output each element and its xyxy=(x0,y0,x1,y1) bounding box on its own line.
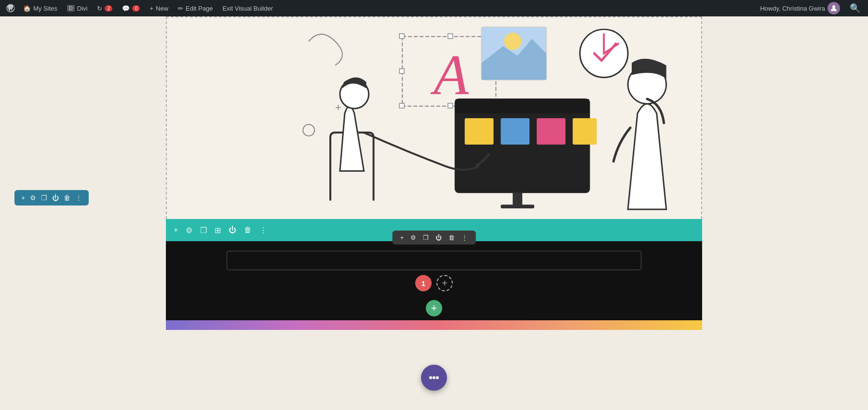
add-section-button[interactable]: + xyxy=(426,300,442,316)
my-sites-icon: 🏠 xyxy=(23,5,31,12)
row-toggle-button[interactable]: ⏻ xyxy=(227,225,238,235)
row-delete-button[interactable]: 🗑 xyxy=(242,225,254,235)
left-toggle-button[interactable]: ⏻ xyxy=(50,193,61,203)
row-add-button[interactable]: + xyxy=(172,225,180,235)
new-menu[interactable]: + New xyxy=(146,0,172,16)
module-toolbar: + ⚙ ❐ ⏻ 🗑 ⋮ xyxy=(393,231,476,245)
left-add-button[interactable]: + xyxy=(19,193,27,203)
svg-rect-6 xyxy=(399,68,404,73)
wp-logo-icon[interactable] xyxy=(4,1,17,15)
greeting-text: Howdy, Christina Gwira xyxy=(760,5,825,12)
row-settings-button[interactable]: ⚙ xyxy=(184,225,194,236)
my-sites-menu[interactable]: 🏠 My Sites xyxy=(19,0,61,16)
svg-rect-16 xyxy=(537,118,566,145)
edit-icon: ✏ xyxy=(178,5,183,12)
exit-builder-label: Exit Visual Builder xyxy=(222,5,273,12)
svg-rect-4 xyxy=(448,34,453,39)
svg-rect-19 xyxy=(501,205,534,208)
row-duplicate-button[interactable]: ❐ xyxy=(198,225,209,236)
svg-point-32 xyxy=(436,376,439,379)
comments-icon: 💬 xyxy=(122,5,130,12)
module-toggle-button[interactable]: ⏻ xyxy=(434,233,444,242)
gradient-bar xyxy=(166,320,702,330)
row-more-button[interactable]: ⋮ xyxy=(258,225,269,236)
svg-point-31 xyxy=(433,376,435,379)
left-more-button[interactable]: ⋮ xyxy=(73,193,84,203)
svg-rect-17 xyxy=(573,118,597,145)
admin-search-button[interactable]: 🔍 xyxy=(846,0,864,16)
svg-text:A: A xyxy=(430,43,469,107)
slide-number-badge[interactable]: 1 xyxy=(415,275,432,291)
svg-point-22 xyxy=(504,33,521,50)
svg-rect-8 xyxy=(399,103,404,108)
new-icon: + xyxy=(149,5,153,12)
svg-point-30 xyxy=(429,376,432,379)
divi-icon: D xyxy=(67,5,75,12)
my-sites-label: My Sites xyxy=(33,5,57,12)
module-add-button[interactable]: + xyxy=(398,233,406,242)
comments-menu[interactable]: 💬 0 xyxy=(118,0,144,16)
module-delete-button[interactable]: 🗑 xyxy=(447,233,457,242)
add-section-icon: + xyxy=(431,302,437,314)
edit-page-menu[interactable]: ✏ Edit Page xyxy=(174,0,217,16)
user-greeting[interactable]: Howdy, Christina Gwira xyxy=(756,0,844,16)
dark-section: + ⚙ ❐ ⏻ 🗑 ⋮ 1 + + xyxy=(166,241,702,330)
updates-badge: 2 xyxy=(105,5,112,12)
admin-bar: 🏠 My Sites D Divi ↻ 2 💬 0 + New ✏ Edit P… xyxy=(0,0,868,16)
badge-row: 1 + xyxy=(166,270,702,296)
svg-text:+: + xyxy=(335,101,341,113)
svg-rect-3 xyxy=(399,34,404,39)
exit-builder-menu[interactable]: Exit Visual Builder xyxy=(218,0,277,16)
canvas-area: + ⚙ ❐ ⏻ 🗑 ⋮ A xyxy=(0,16,868,410)
left-row-toolbar: + ⚙ ❐ ⏻ 🗑 ⋮ xyxy=(14,190,89,205)
svg-rect-14 xyxy=(465,118,494,145)
add-slide-icon: + xyxy=(442,278,448,289)
edit-page-label: Edit Page xyxy=(186,5,213,12)
svg-point-0 xyxy=(832,5,835,8)
divi-fab-button[interactable] xyxy=(421,365,447,391)
user-avatar xyxy=(827,2,840,14)
module-settings-button[interactable]: ⚙ xyxy=(408,233,418,242)
left-duplicate-button[interactable]: ❐ xyxy=(39,193,49,203)
module-bar xyxy=(227,251,641,270)
svg-rect-13 xyxy=(455,99,590,113)
illustration-section: A xyxy=(166,16,702,219)
left-delete-button[interactable]: 🗑 xyxy=(62,193,72,203)
module-more-button[interactable]: ⋮ xyxy=(460,233,470,242)
comments-badge: 0 xyxy=(132,5,140,12)
module-duplicate-button[interactable]: ❐ xyxy=(421,233,431,242)
left-settings-button[interactable]: ⚙ xyxy=(28,193,38,203)
admin-bar-right: Howdy, Christina Gwira 🔍 xyxy=(756,0,864,16)
new-label: New xyxy=(156,5,168,12)
add-section-row: + xyxy=(166,296,702,320)
divi-label: Divi xyxy=(77,5,88,12)
add-slide-button[interactable]: + xyxy=(436,275,453,291)
updates-menu[interactable]: ↻ 2 xyxy=(93,0,116,16)
page-content: A xyxy=(166,16,702,330)
svg-rect-15 xyxy=(501,118,529,145)
updates-icon: ↻ xyxy=(97,5,102,12)
divi-menu[interactable]: D Divi xyxy=(63,0,92,16)
row-columns-button[interactable]: ⊞ xyxy=(213,225,223,236)
